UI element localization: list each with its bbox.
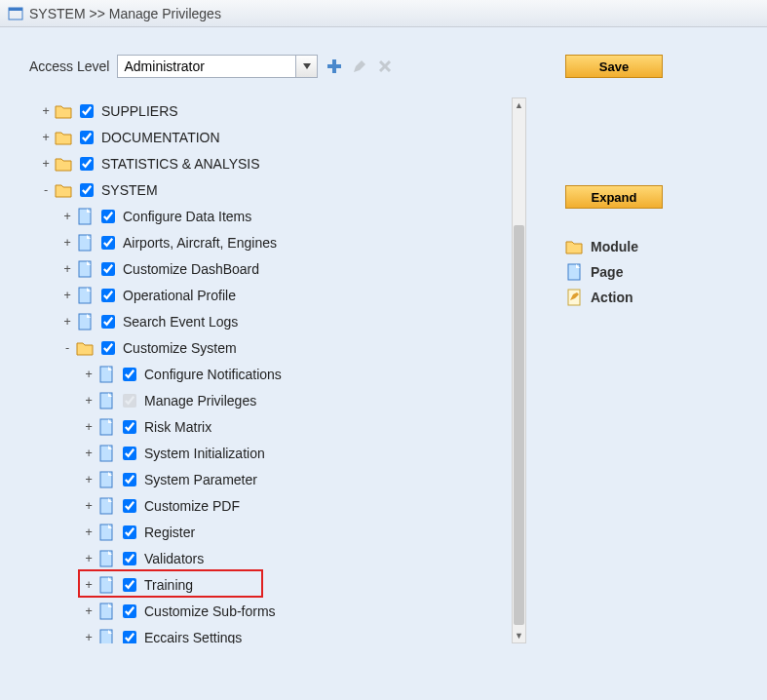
node-label: Manage Privileges [144,393,256,408]
legend-page-label: Page [591,264,623,280]
tree-row: +Training [84,571,424,598]
page-icon [76,234,94,252]
node-label: Customize PDF [144,498,240,514]
toggle-icon[interactable]: + [84,525,94,539]
privilege-checkbox[interactable] [123,552,136,565]
privilege-checkbox[interactable] [123,420,136,434]
node-label: Validators [144,551,204,566]
svg-rect-4 [327,64,341,68]
toggle-icon[interactable]: + [84,631,94,644]
node-label: SUPPLIERS [101,103,178,119]
node-label: Risk Matrix [144,419,211,435]
toggle-icon[interactable]: + [62,210,72,223]
page-icon [97,550,115,567]
toggle-icon[interactable]: + [84,368,94,381]
toggle-icon[interactable]: + [84,552,94,565]
toggle-icon[interactable]: + [84,420,94,434]
privilege-checkbox[interactable] [101,289,115,302]
tree-node: +Validators [84,545,424,571]
privilege-checkbox[interactable] [101,210,115,223]
toggle-icon[interactable]: + [41,104,51,118]
tree-row: +System Initialization [84,440,424,466]
tree-node: +Operational Profile [62,282,424,308]
scrollbar-thumb[interactable] [514,225,524,625]
tree-node: +Training [84,571,424,598]
privilege-checkbox[interactable] [123,604,136,618]
access-level-input[interactable] [118,56,295,77]
privilege-checkbox[interactable] [123,447,136,460]
node-label: SYSTEM [101,182,158,198]
privilege-checkbox[interactable] [101,315,115,329]
tree-node: +Configure Notifications [84,361,424,387]
privilege-checkbox[interactable] [123,578,136,592]
tree-row: +STATISTICS & ANALYSIS [41,150,424,176]
node-label: DOCUMENTATION [101,130,220,145]
save-button[interactable]: Save [565,55,663,78]
folder-icon [55,181,72,199]
privilege-checkbox[interactable] [123,473,136,486]
toggle-icon[interactable]: + [84,604,94,618]
tree-row: +Airports, Aircraft, Engines [62,229,424,255]
page-icon [97,418,115,436]
tree-row: +Configure Notifications [84,361,424,387]
toggle-icon[interactable]: + [84,447,94,460]
svg-marker-9 [56,133,71,144]
privilege-checkbox[interactable] [101,262,115,276]
node-label: System Initialization [144,446,265,461]
action-icon [565,289,583,306]
tree-node: +Manage Privileges [84,387,424,413]
privilege-checkbox[interactable] [123,631,136,644]
access-level-dropdown-button[interactable] [295,56,317,77]
breadcrumb-root: SYSTEM [29,6,86,21]
tree-node: +Risk Matrix [84,413,424,440]
tree-row: +Customize DashBoard [62,255,424,282]
privilege-checkbox[interactable] [80,131,94,144]
tree-row: +Validators [84,545,424,571]
expand-button[interactable]: Expand [565,185,663,209]
scrollbar-down-arrow[interactable]: ▼ [513,629,525,642]
toggle-icon[interactable]: - [41,183,51,197]
folder-icon [55,129,72,146]
page-icon [97,603,115,620]
breadcrumb-sep: >> [89,6,104,21]
privilege-checkbox[interactable] [80,183,94,197]
privilege-checkbox[interactable] [123,499,136,513]
privilege-checkbox[interactable] [101,341,115,355]
tree-node: +System Initialization [84,440,424,466]
toggle-icon[interactable]: + [84,473,94,486]
svg-marker-10 [56,159,71,171]
svg-rect-43 [100,630,112,644]
tree-children: +Configure Notifications+Manage Privileg… [62,361,424,643]
scrollbar-up-arrow[interactable]: ▲ [513,98,525,112]
toggle-icon[interactable]: + [84,394,94,408]
add-icon[interactable] [326,58,343,75]
toggle-icon[interactable]: + [41,131,51,144]
toggle-icon[interactable]: + [62,315,72,329]
privilege-checkbox[interactable] [101,236,115,250]
vertical-scrollbar[interactable]: ▲ ▼ [512,97,526,643]
node-label: Operational Profile [123,288,236,303]
toggle-icon[interactable]: + [62,262,72,276]
toggle-icon[interactable]: - [62,341,72,355]
node-label: Search Event Logs [123,314,238,330]
toggle-icon[interactable]: + [62,236,72,250]
tree-row: +Customize PDF [84,492,424,519]
svg-marker-22 [77,343,93,355]
node-label: Airports, Aircraft, Engines [123,235,277,251]
toggle-icon[interactable]: + [84,578,94,592]
tree-row: +System Parameter [84,466,424,492]
page-icon [76,287,94,304]
toggle-icon[interactable]: + [41,157,51,171]
toggle-icon[interactable]: + [62,289,72,302]
privilege-checkbox[interactable] [80,157,94,171]
privilege-checkbox[interactable] [80,104,94,118]
tree-row: +Configure Data Items [62,203,424,229]
privilege-tree-scroll: +SUPPLIERS+DOCUMENTATION+STATISTICS & AN… [29,97,424,643]
page-header: SYSTEM >> Manage Privileges [0,0,767,27]
privilege-checkbox[interactable] [123,525,136,539]
tree-row: +Register [84,519,424,545]
folder-icon [55,102,72,120]
privilege-checkbox[interactable] [123,368,136,381]
toggle-icon[interactable]: + [84,499,94,513]
tree-row: +Risk Matrix [84,413,424,440]
